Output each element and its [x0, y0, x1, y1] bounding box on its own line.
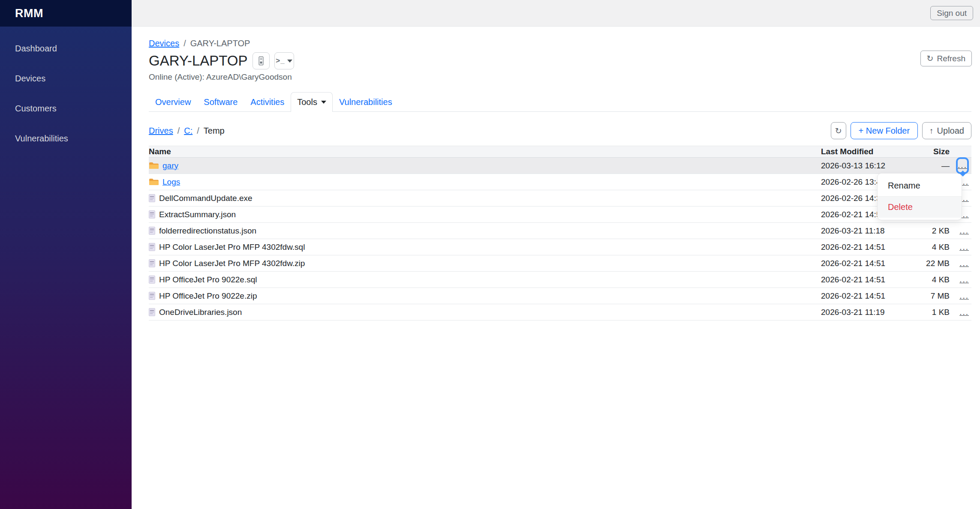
cell-last-modified: 2026-03-21 11:19 — [821, 308, 924, 317]
tab-tools[interactable]: Tools — [291, 92, 333, 112]
page-refresh-button[interactable]: ↻ Refresh — [920, 51, 972, 66]
cell-size: — — [924, 161, 950, 171]
file-name: OneDriveLibraries.json — [149, 308, 242, 317]
sidebar-item-vulnerabilities[interactable]: Vulnerabilities — [0, 123, 132, 153]
tab-label: Tools — [297, 97, 317, 107]
cell-name: HP Color LaserJet Pro MFP 4302fdw.zip — [149, 259, 821, 268]
tab-label: Software — [204, 97, 237, 107]
sign-out-button[interactable]: Sign out — [930, 6, 973, 20]
caret-down-icon — [287, 60, 292, 63]
file-icon — [149, 243, 155, 251]
tab-software[interactable]: Software — [197, 92, 244, 112]
tab-vulnerabilities[interactable]: Vulnerabilities — [333, 92, 399, 112]
main-content: Devices / GARY-LAPTOP GARY-LAPTOP >_ Onl… — [149, 27, 971, 320]
file-name: folderredirectionstatus.json — [149, 226, 256, 236]
device-tower-icon — [258, 56, 265, 66]
row-actions-button[interactable]: ... — [959, 308, 969, 316]
row-actions-button[interactable]: ... — [959, 259, 969, 267]
breadcrumb-separator: / — [183, 39, 186, 48]
cell-size: 1 KB — [924, 308, 950, 317]
table-row: HP Color LaserJet Pro MFP 4302fdw.zip202… — [149, 255, 971, 272]
tab-label: Vulnerabilities — [339, 97, 392, 107]
files-refresh-button[interactable]: ↻ — [831, 122, 846, 139]
device-status: Online (Active): AzureAD\GaryGoodson — [149, 72, 971, 82]
sidebar-item-devices[interactable]: Devices — [0, 63, 132, 93]
file-table-header: Name Last Modified Size — [149, 146, 971, 158]
folder-link[interactable]: Logs — [149, 177, 180, 187]
cell-size: 4 KB — [924, 243, 950, 252]
sidebar-item-customers[interactable]: Customers — [0, 93, 132, 123]
refresh-button-label: Refresh — [937, 54, 965, 63]
table-row: ExtractSummary.json2026-02-21 14:51... — [149, 207, 971, 223]
new-folder-button[interactable]: + New Folder — [851, 122, 918, 139]
file-name-label: gary — [162, 161, 178, 171]
cell-size: 22 MB — [924, 259, 950, 268]
table-row: Logs2026-02-26 13:46... — [149, 174, 971, 190]
files-toolbar: Drives/C:/Temp ↻ + New Folder ↑ Upload — [149, 122, 971, 139]
file-icon — [149, 210, 155, 219]
title-row: GARY-LAPTOP >_ — [149, 52, 971, 69]
cell-last-modified: 2026-03-21 11:18 — [821, 226, 924, 236]
table-row: gary2026-03-13 16:12—... — [149, 158, 971, 174]
row-actions-focus-ring[interactable]: ... — [956, 157, 969, 174]
refresh-icon: ↻ — [835, 127, 842, 135]
file-name: HP OfficeJet Pro 9022e.zip — [149, 291, 257, 301]
files-actions: ↻ + New Folder ↑ Upload — [831, 122, 971, 139]
tab-label: Overview — [155, 97, 191, 107]
table-row: HP Color LaserJet Pro MFP 4302fdw.sql202… — [149, 239, 971, 255]
sidebar-nav: DashboardDevicesCustomersVulnerabilities — [0, 27, 132, 153]
row-actions-button[interactable]: ... — [959, 292, 969, 300]
file-name: HP Color LaserJet Pro MFP 4302fdw.sql — [149, 243, 305, 252]
file-name: DellCommandUpdate.exe — [149, 194, 253, 203]
file-icon — [149, 194, 155, 202]
files-breadcrumb-separator: / — [177, 126, 180, 136]
file-name-label: OneDriveLibraries.json — [159, 308, 242, 317]
file-name-label: ExtractSummary.json — [159, 210, 236, 219]
cell-actions: ... — [950, 259, 971, 267]
device-details-button[interactable] — [253, 52, 270, 69]
row-actions-button[interactable]: ... — [959, 227, 969, 235]
menu-item-delete[interactable]: Delete — [878, 197, 962, 218]
app-logo[interactable]: RMM — [0, 0, 132, 27]
folder-icon — [149, 162, 159, 170]
folder-link[interactable]: gary — [149, 161, 178, 171]
cell-name: OneDriveLibraries.json — [149, 308, 821, 317]
column-header-size: Size — [924, 147, 950, 156]
row-actions-button[interactable]: ... — [958, 161, 967, 169]
table-row: DellCommandUpdate.exe2026-02-26 14:33... — [149, 190, 971, 207]
table-row: folderredirectionstatus.json2026-03-21 1… — [149, 223, 971, 239]
refresh-icon: ↻ — [927, 54, 934, 63]
cell-name: HP OfficeJet Pro 9022e.zip — [149, 291, 821, 301]
caret-down-icon — [321, 101, 326, 104]
tab-bar: OverviewSoftwareActivitiesToolsVulnerabi… — [149, 92, 971, 112]
cell-last-modified: 2026-03-13 16:12 — [821, 161, 924, 171]
table-row: OneDriveLibraries.json2026-03-21 11:191 … — [149, 304, 971, 320]
breadcrumb-devices-link[interactable]: Devices — [149, 39, 179, 48]
tab-activities[interactable]: Activities — [244, 92, 291, 112]
upload-button[interactable]: ↑ Upload — [922, 122, 971, 139]
row-actions-button[interactable]: ... — [959, 243, 969, 251]
file-name: HP OfficeJet Pro 9022e.sql — [149, 275, 257, 284]
upload-button-label: Upload — [937, 126, 964, 136]
table-row: HP OfficeJet Pro 9022e.zip2026-02-21 14:… — [149, 288, 971, 304]
file-table: Name Last Modified Size gary2026-03-13 1… — [149, 146, 971, 320]
breadcrumb-current: GARY-LAPTOP — [190, 39, 250, 48]
file-name-label: Logs — [162, 177, 180, 187]
files-breadcrumb-separator: / — [197, 126, 199, 136]
file-name-label: folderredirectionstatus.json — [159, 226, 256, 236]
cell-name: folderredirectionstatus.json — [149, 226, 821, 236]
tab-overview[interactable]: Overview — [149, 92, 197, 112]
files-breadcrumb-drives[interactable]: Drives — [149, 126, 173, 136]
cell-actions: ... — [950, 292, 971, 300]
terminal-dropdown-button[interactable]: >_ — [274, 52, 294, 69]
file-name-label: HP OfficeJet Pro 9022e.zip — [159, 291, 257, 301]
row-actions-button[interactable]: ... — [959, 275, 969, 284]
menu-item-rename[interactable]: Rename — [878, 175, 962, 196]
sidebar-item-dashboard[interactable]: Dashboard — [0, 33, 132, 63]
cell-last-modified: 2026-02-21 14:51 — [821, 259, 924, 268]
cell-size: 2 KB — [924, 226, 950, 236]
files-breadcrumb-c[interactable]: C: — [184, 126, 192, 136]
cell-last-modified: 2026-02-21 14:51 — [821, 275, 924, 284]
file-icon — [149, 259, 155, 267]
cell-last-modified: 2026-02-21 14:51 — [821, 243, 924, 252]
